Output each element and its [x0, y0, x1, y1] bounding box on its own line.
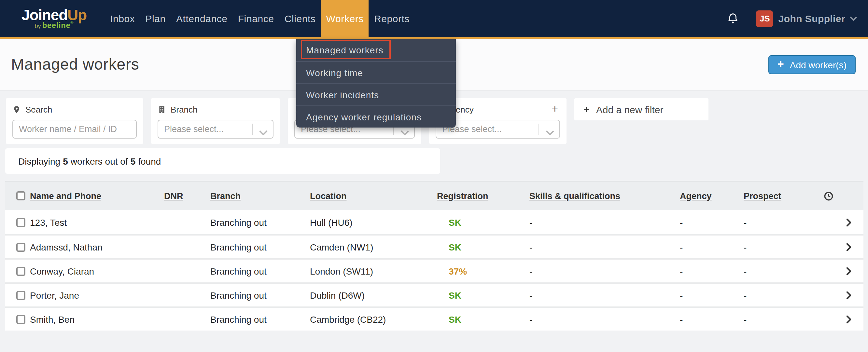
cell-name: Smith, Ben [30, 314, 164, 324]
add-workers-button[interactable]: + Add worker(s) [768, 55, 856, 74]
nav-item-plan[interactable]: Plan [140, 0, 170, 37]
search-filter-label: Search [12, 104, 137, 115]
row-checkbox[interactable] [16, 218, 25, 227]
cell-prospect: - [744, 290, 818, 300]
cell-skills: - [529, 314, 680, 324]
header-agency: Agency [680, 191, 744, 201]
chevron-down-icon [259, 128, 268, 137]
cell-registration: SK [437, 217, 529, 227]
header-name-and-phone: Name and Phone [30, 191, 164, 201]
cell-branch: Branching out [210, 314, 310, 324]
select-all-checkbox[interactable] [16, 191, 25, 200]
nav-item-reports[interactable]: Reports [369, 0, 415, 37]
branch-select[interactable]: Please select... [158, 120, 274, 138]
cell-name: 123, Test [30, 217, 164, 227]
cell-branch: Branching out [210, 266, 310, 276]
plus-icon: + [584, 103, 590, 115]
table-row[interactable]: Smith, Ben Branching out Cambridge (CB22… [5, 307, 863, 330]
nav-right-section: JS John Supplier [727, 0, 857, 37]
branch-filter-label: Branch [158, 104, 274, 115]
clock-icon[interactable] [818, 191, 863, 201]
row-checkbox[interactable] [16, 243, 25, 252]
cell-agency: - [680, 314, 744, 324]
map-pin-icon [12, 105, 21, 114]
cell-branch: Branching out [210, 290, 310, 300]
cell-prospect: - [744, 242, 818, 252]
row-chevron-right-icon[interactable] [818, 267, 863, 275]
nav-item-inbox[interactable]: Inbox [105, 0, 140, 37]
cell-skills: - [529, 217, 680, 227]
row-chevron-right-icon[interactable] [818, 243, 863, 251]
row-chevron-right-icon[interactable] [818, 291, 863, 299]
nav-menu: Inbox Plan Attendance Finance Clients Wo… [105, 0, 415, 37]
building-icon [158, 105, 166, 114]
cell-skills: - [529, 290, 680, 300]
nav-item-clients[interactable]: Clients [279, 0, 321, 37]
cell-location: Dublin (D6W) [310, 290, 437, 300]
plus-icon: + [777, 58, 784, 71]
user-menu-chevron-down-icon [850, 16, 857, 21]
highlight-box [301, 40, 391, 59]
table-row[interactable]: Conway, Ciaran Branching out London (SW1… [5, 258, 863, 282]
top-nav: JoinedUp bybeeline® Inbox Plan Attendanc… [0, 0, 868, 39]
cell-location: Camden (NW1) [310, 242, 437, 252]
row-chevron-right-icon[interactable] [818, 315, 863, 323]
workers-dropdown-menu: Managed workers Working time Worker inci… [296, 39, 456, 128]
row-checkbox[interactable] [16, 290, 25, 300]
menu-item-agency-worker-regulations[interactable]: Agency worker regulations [296, 105, 456, 128]
cell-branch: Branching out [210, 217, 310, 227]
header-location: Location [310, 191, 437, 201]
app-root: JoinedUp bybeeline® Inbox Plan Attendanc… [0, 0, 868, 352]
cell-prospect: - [744, 314, 818, 324]
search-input[interactable]: Worker name / Email / ID [12, 120, 137, 138]
cell-location: Cambridge (CB22) [310, 314, 437, 324]
cell-agency: - [680, 217, 744, 227]
joinedup-logo[interactable]: JoinedUp bybeeline® [18, 7, 91, 30]
workers-table: Name and Phone DNR Branch Location Regis… [5, 181, 863, 330]
nav-item-workers[interactable]: Workers [321, 0, 369, 37]
cell-agency: - [680, 290, 744, 300]
cell-skills: - [529, 242, 680, 252]
nav-item-attendance[interactable]: Attendance [171, 0, 233, 37]
cell-name: Adamssd, Nathan [30, 242, 164, 252]
table-row[interactable]: Porter, Jane Branching out Dublin (D6W) … [5, 282, 863, 307]
notifications-bell-icon[interactable] [727, 12, 739, 25]
cell-branch: Branching out [210, 242, 310, 252]
user-avatar[interactable]: JS [756, 10, 773, 27]
header-prospect: Prospect [744, 191, 818, 201]
add-new-filter-button[interactable]: + Add a new filter [574, 98, 709, 120]
cell-location: Hull (HU6) [310, 217, 437, 227]
header-registration: Registration [437, 191, 529, 201]
table-row[interactable]: Adamssd, Nathan Branching out Camden (NW… [5, 234, 863, 258]
menu-item-managed-workers[interactable]: Managed workers [296, 39, 456, 61]
cell-registration: SK [437, 314, 529, 324]
nav-item-finance[interactable]: Finance [233, 0, 279, 37]
cell-name: Porter, Jane [30, 290, 164, 300]
select-divider [538, 124, 539, 135]
menu-item-worker-incidents[interactable]: Worker incidents [296, 83, 456, 105]
user-name[interactable]: John Supplier [778, 13, 845, 24]
results-summary: Displaying 5 workers out of 5 found [5, 148, 440, 174]
cell-prospect: - [744, 217, 818, 227]
agency-add-plus-icon[interactable]: + [552, 103, 560, 116]
header-dnr: DNR [164, 191, 210, 201]
chevron-down-icon [400, 128, 409, 137]
cell-registration: SK [437, 290, 529, 300]
table-body: 123, Test Branching out Hull (HU6) SK - … [5, 210, 863, 330]
cell-prospect: - [744, 266, 818, 276]
header-branch: Branch [210, 191, 310, 201]
table-header-row: Name and Phone DNR Branch Location Regis… [5, 181, 863, 210]
total-count: 5 [130, 156, 136, 166]
cell-agency: - [680, 266, 744, 276]
cell-location: London (SW11) [310, 266, 437, 276]
cell-skills: - [529, 266, 680, 276]
menu-item-working-time[interactable]: Working time [296, 61, 456, 83]
row-checkbox[interactable] [16, 315, 25, 324]
row-checkbox[interactable] [16, 266, 25, 276]
shown-count: 5 [63, 156, 68, 166]
select-divider [252, 124, 253, 135]
filter-card-search: Search Worker name / Email / ID [6, 98, 143, 144]
cell-registration: 37% [437, 266, 529, 276]
row-chevron-right-icon[interactable] [818, 218, 863, 226]
table-row[interactable]: 123, Test Branching out Hull (HU6) SK - … [5, 210, 863, 234]
